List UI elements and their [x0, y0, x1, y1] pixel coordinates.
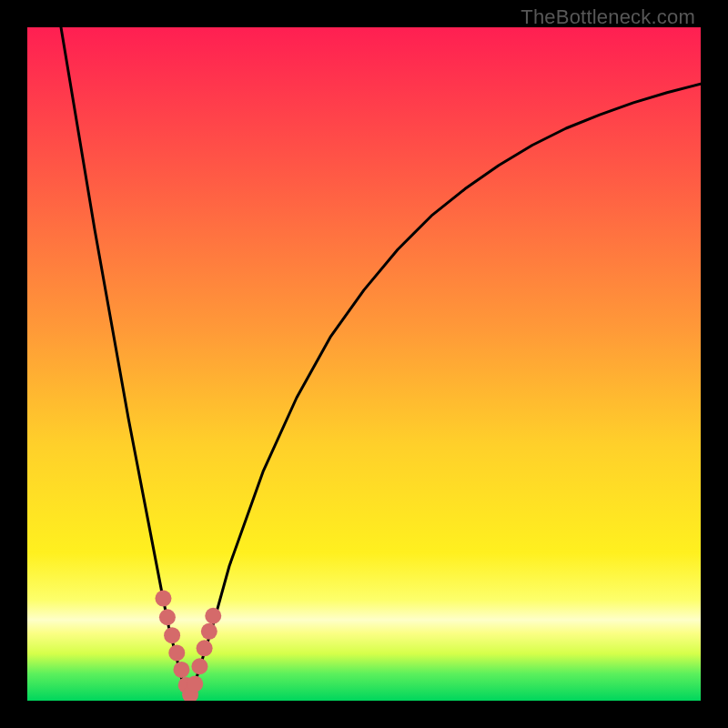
- optimum-marker: [159, 609, 176, 625]
- optimum-marker: [173, 662, 189, 678]
- optimum-marker: [155, 591, 171, 607]
- optimum-marker: [187, 676, 203, 693]
- optimum-marker: [197, 640, 213, 656]
- optimum-marker: [205, 608, 221, 624]
- plot-frame: [27, 27, 701, 701]
- optimum-marker: [191, 658, 207, 674]
- bottleneck-curve: [27, 27, 701, 701]
- optimum-marker: [201, 623, 217, 640]
- watermark-text: TheBottleneck.com: [521, 5, 695, 29]
- optimum-marker: [164, 627, 180, 643]
- optimum-marker: [168, 644, 185, 661]
